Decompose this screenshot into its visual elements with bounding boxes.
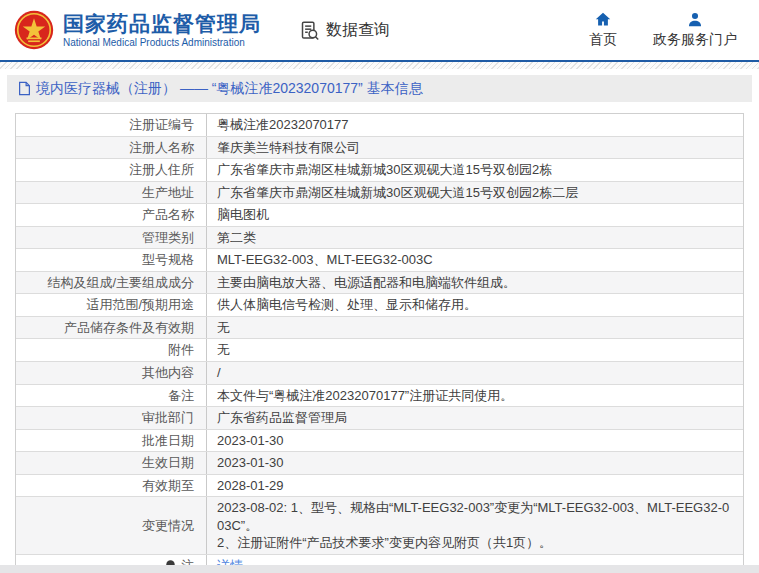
data-query-label: 数据查询 (326, 20, 390, 41)
header-divider (0, 62, 759, 69)
row-label: 适用范围/预期用途 (16, 294, 206, 316)
table-row: 生产地址广东省肇庆市鼎湖区桂城新城30区观砚大道15号双创园2栋二层 (16, 182, 743, 205)
row-label: 变更情况 (16, 497, 206, 554)
row-label: 型号规格 (16, 249, 206, 271)
nav-item-portal[interactable]: 政务服务门户 (653, 11, 737, 49)
table-row: 附件无 (16, 339, 743, 362)
table-row: 审批部门广东省药品监督管理局 (16, 407, 743, 430)
home-icon (594, 11, 612, 28)
national-emblem-icon (14, 10, 54, 50)
row-label: 附件 (16, 339, 206, 361)
row-label: 有效期至 (16, 475, 206, 497)
row-label: 管理类别 (16, 227, 206, 249)
row-value: 广东省肇庆市鼎湖区桂城新城30区观砚大道15号双创园2栋二层 (206, 182, 743, 204)
row-value: 2023-08-02: 1、型号、规格由“MLT-EEG32-003”变更为“M… (206, 497, 743, 554)
row-label: 产品名称 (16, 204, 206, 226)
document-icon (18, 81, 31, 96)
row-value: 2023-01-30 (206, 430, 743, 452)
nav-item-home[interactable]: 首页 (589, 11, 617, 49)
table-row: 型号规格MLT-EEG32-003、MLT-EEG32-003C (16, 249, 743, 272)
org-title-en: National Medical Products Administration (63, 37, 261, 48)
row-value: / (206, 362, 743, 384)
row-value: 2028-01-29 (206, 475, 743, 497)
data-query-menu[interactable]: 数据查询 (299, 20, 390, 41)
row-value: 第二类 (206, 227, 743, 249)
table-row: 注册人名称肇庆美兰特科技有限公司 (16, 137, 743, 160)
row-label: 审批部门 (16, 407, 206, 429)
site-logo[interactable]: 国家药品监督管理局 National Medical Products Admi… (14, 10, 261, 50)
row-value: 广东省药品监督管理局 (206, 407, 743, 429)
table-row: 注册证编号粤械注准20232070177 (16, 114, 743, 137)
row-label: 注册人住所 (16, 159, 206, 181)
row-label: 结构及组成/主要组成成分 (16, 272, 206, 294)
row-label: 产品储存条件及有效期 (16, 317, 206, 339)
row-value: 肇庆美兰特科技有限公司 (206, 137, 743, 159)
nav-home-label: 首页 (589, 31, 617, 49)
table-row: 管理类别第二类 (16, 227, 743, 250)
row-label: 其他内容 (16, 362, 206, 384)
table-row: 变更情况2023-08-02: 1、型号、规格由“MLT-EEG32-003”变… (16, 497, 743, 555)
table-row: 备注本文件与“粤械注准20232070177”注册证共同使用。 (16, 385, 743, 408)
main-content: 境内医疗器械（注册） —— “粤械注准20232070177” 基本信息 注册证… (7, 75, 752, 573)
row-label: 注册人名称 (16, 137, 206, 159)
page-title: 境内医疗器械（注册） —— “粤械注准20232070177” 基本信息 (36, 80, 423, 98)
row-label: 备注 (16, 385, 206, 407)
row-label: 生效日期 (16, 452, 206, 474)
row-value: MLT-EEG32-003、MLT-EEG32-003C (206, 249, 743, 271)
document-search-icon (299, 20, 320, 41)
table-row: 批准日期2023-01-30 (16, 430, 743, 453)
row-value: 无 (206, 317, 743, 339)
table-row: 其他内容/ (16, 362, 743, 385)
row-value: 脑电图机 (206, 204, 743, 226)
row-label: 注册证编号 (16, 114, 206, 136)
row-value: 广东省肇庆市鼎湖区桂城新城30区观砚大道15号双创园2栋 (206, 159, 743, 181)
row-value: 供人体脑电信号检测、处理、显示和储存用。 (206, 294, 743, 316)
table-row: 产品名称脑电图机 (16, 204, 743, 227)
footer-strip (0, 565, 759, 573)
nav-portal-label: 政务服务门户 (653, 31, 737, 49)
row-value: 本文件与“粤械注准20232070177”注册证共同使用。 (206, 385, 743, 407)
row-label: 生产地址 (16, 182, 206, 204)
table-row: 注册人住所广东省肇庆市鼎湖区桂城新城30区观砚大道15号双创园2栋 (16, 159, 743, 182)
org-title-cn: 国家药品监督管理局 (63, 12, 261, 35)
table-row: 生效日期2023-01-30 (16, 452, 743, 475)
table-row: 结构及组成/主要组成成分主要由脑电放大器、电源适配器和电脑端软件组成。 (16, 272, 743, 295)
site-header: 国家药品监督管理局 National Medical Products Admi… (0, 0, 759, 62)
row-value: 无 (206, 339, 743, 361)
row-value: 粤械注准20232070177 (206, 114, 743, 136)
table-row: 有效期至2028-01-29 (16, 475, 743, 498)
row-value: 2023-01-30 (206, 452, 743, 474)
table-row: 产品储存条件及有效期无 (16, 317, 743, 340)
row-label: 批准日期 (16, 430, 206, 452)
info-table: 注册证编号粤械注准20232070177注册人名称肇庆美兰特科技有限公司注册人住… (15, 113, 744, 573)
table-row: 适用范围/预期用途供人体脑电信号检测、处理、显示和储存用。 (16, 294, 743, 317)
page-title-bar: 境内医疗器械（注册） —— “粤械注准20232070177” 基本信息 (7, 75, 752, 102)
row-value: 主要由脑电放大器、电源适配器和电脑端软件组成。 (206, 272, 743, 294)
user-icon (686, 11, 704, 28)
top-nav: 首页 政务服务门户 (589, 11, 737, 49)
logo-text: 国家药品监督管理局 National Medical Products Admi… (63, 12, 261, 48)
